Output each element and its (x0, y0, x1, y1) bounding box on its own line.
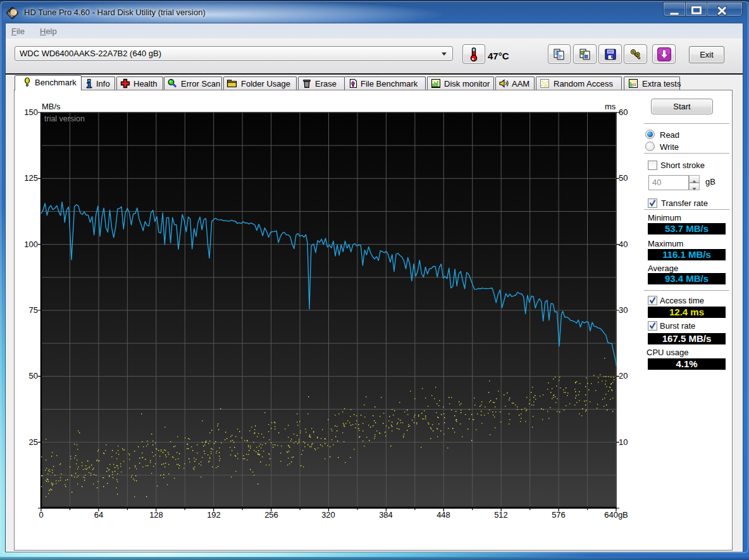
svg-text:trial version: trial version (44, 114, 85, 123)
